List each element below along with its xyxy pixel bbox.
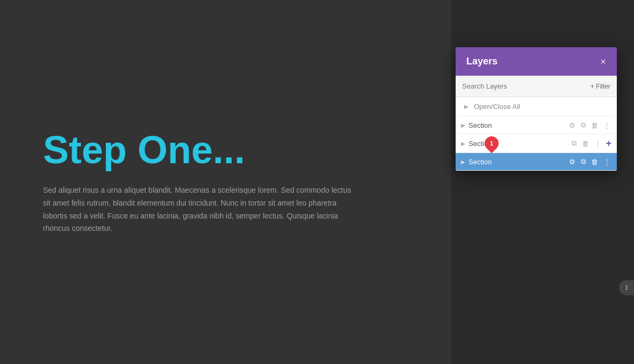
section-row-1-delete-icon[interactable]: 🗑 [590, 121, 599, 129]
section-row-1-arrow[interactable]: ▶ [461, 122, 465, 128]
open-close-all-row: ▶ Open/Close All [456, 97, 617, 117]
resize-handle-icon: ⤡ [622, 283, 631, 293]
layers-panel-title: Layers [466, 56, 498, 67]
section-row-2-delete-icon[interactable]: 🗑 [581, 140, 590, 148]
section-row-2-add-icon[interactable]: + [606, 139, 611, 148]
section-row-3-settings-icon[interactable]: ⚙ [568, 158, 577, 166]
open-close-all-arrow[interactable]: ▶ [463, 103, 470, 111]
section-row-1-more-icon[interactable]: ⋮ [602, 121, 611, 129]
section-row-2-duplicate-icon[interactable]: ⧉ [571, 139, 578, 148]
section-row-2-arrow[interactable]: ▶ [461, 141, 465, 147]
section-row-3-arrow[interactable]: ▶ [461, 159, 465, 165]
section-row-3-duplicate-icon[interactable]: ⧉ [580, 157, 587, 166]
layer-badge-number: 1 [490, 140, 493, 147]
section-row-1-duplicate-icon[interactable]: ⧉ [580, 121, 587, 129]
layer-badge: 1 [482, 134, 502, 154]
page-body: Sed aliquet risus a urna aliquet blandit… [43, 184, 360, 235]
section-row-1-icons: ⚙ ⧉ 🗑 ⋮ [568, 121, 611, 129]
layers-filter-button[interactable]: + Filter [590, 83, 610, 90]
section-row-1-label: Section [469, 121, 568, 129]
layers-panel-body: ▶ Open/Close All ▶ Section ⚙ ⧉ 🗑 ⋮ ▶ Sec… [456, 97, 617, 171]
open-close-all-label: Open/Close All [474, 103, 520, 111]
page-title: Step One... [43, 129, 408, 171]
section-row-3-icons: ⚙ ⧉ 🗑 ⋮ [568, 157, 611, 166]
section-row-2-icons: ⧉ 🗑 ⋮ + [571, 139, 611, 148]
main-content-area: Step One... Sed aliquet risus a urna ali… [0, 0, 451, 364]
section-row-3-label: Section [469, 158, 568, 166]
section-row-2-more-icon[interactable]: ⋮ [593, 140, 602, 148]
section-row-3-delete-icon[interactable]: 🗑 [590, 158, 599, 166]
layers-search-row: + Filter [456, 76, 617, 97]
resize-handle[interactable]: ⤡ [619, 280, 634, 295]
layers-panel: Layers × + Filter ▶ Open/Close All ▶ Sec… [456, 47, 617, 171]
section-row-1: ▶ Section ⚙ ⧉ 🗑 ⋮ [456, 117, 617, 134]
section-row-3: ▶ Section ⚙ ⧉ 🗑 ⋮ [456, 153, 617, 171]
layers-search-input[interactable] [462, 82, 586, 90]
section-row-2: ▶ Section 1 ⧉ 🗑 ⋮ + [456, 134, 617, 153]
section-row-1-settings-icon[interactable]: ⚙ [568, 121, 577, 129]
layers-panel-header: Layers × [456, 47, 617, 76]
section-row-3-more-icon[interactable]: ⋮ [602, 158, 611, 166]
layers-close-button[interactable]: × [600, 57, 606, 67]
